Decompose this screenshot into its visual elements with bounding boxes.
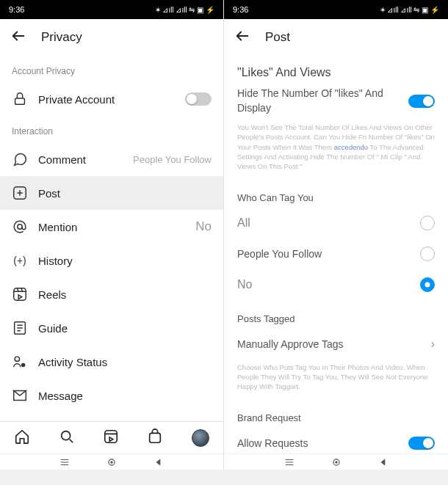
mention-row[interactable]: Mention No bbox=[0, 210, 223, 244]
reels-row[interactable]: Reels bbox=[0, 277, 223, 311]
chevron-right-icon: › bbox=[431, 338, 435, 351]
nav-menu-icon[interactable] bbox=[59, 457, 70, 467]
posts-tagged-description: Choose Who Puts Tag You In Their Photos … bbox=[224, 360, 448, 399]
svg-point-6 bbox=[21, 363, 26, 368]
guide-icon bbox=[12, 320, 28, 336]
message-row[interactable]: Message bbox=[0, 379, 223, 412]
plus-square-icon bbox=[12, 185, 28, 201]
guide-row[interactable]: Guide bbox=[0, 311, 223, 345]
hide-likes-label: Hide The Number Of "likes" And Display bbox=[237, 87, 399, 115]
post-screen: 9:36 ✶ ⊿ıll ⊿ıll ⇋ ▣ ⚡ Post "Likes" And … bbox=[224, 0, 448, 470]
private-account-row[interactable]: Private Account bbox=[0, 82, 223, 116]
at-icon bbox=[12, 219, 28, 235]
back-icon[interactable] bbox=[10, 28, 26, 47]
activity-status-row[interactable]: Activity Status bbox=[0, 345, 223, 379]
section-account-privacy: Account Privacy bbox=[0, 56, 223, 82]
tag-following-label: People You Follow bbox=[237, 248, 322, 260]
manually-approve-label: Manually Approve Tags bbox=[237, 338, 344, 350]
message-label: Message bbox=[38, 390, 212, 402]
nav-back-icon[interactable] bbox=[153, 457, 164, 467]
comment-icon bbox=[12, 151, 28, 167]
comment-value: People You Follow bbox=[133, 154, 212, 165]
tag-option-following[interactable]: People You Follow bbox=[224, 238, 448, 269]
plus-circle-icon: (+) bbox=[12, 252, 28, 269]
svg-point-5 bbox=[15, 357, 19, 361]
brand-request-heading: Brand Request bbox=[224, 399, 448, 428]
page-title: Privacy bbox=[41, 30, 82, 45]
android-nav-bar bbox=[224, 453, 448, 470]
hide-likes-row[interactable]: Hide The Number Of "likes" And Display bbox=[224, 85, 448, 120]
section-interaction: Interaction bbox=[0, 116, 223, 142]
svg-point-13 bbox=[335, 461, 338, 464]
hide-likes-description: You Won't See The Total Number Of Likes … bbox=[224, 120, 448, 178]
posts-tagged-heading: Posts Tagged bbox=[224, 300, 448, 329]
reels-tab-icon[interactable] bbox=[103, 429, 119, 448]
manually-approve-row[interactable]: Manually Approve Tags › bbox=[224, 329, 448, 360]
tag-no-label: No bbox=[237, 278, 252, 291]
search-icon[interactable] bbox=[59, 429, 75, 448]
header: Post bbox=[224, 19, 448, 56]
allow-requests-toggle[interactable] bbox=[408, 437, 435, 450]
tag-all-label: All bbox=[237, 216, 250, 230]
back-icon[interactable] bbox=[234, 28, 250, 47]
post-row[interactable]: Post bbox=[0, 176, 223, 210]
message-icon bbox=[12, 387, 28, 404]
nav-back-icon[interactable] bbox=[378, 457, 389, 467]
mention-label: Mention bbox=[38, 221, 185, 233]
bottom-tabs bbox=[0, 421, 223, 453]
tag-option-no[interactable]: No bbox=[224, 269, 448, 300]
likes-views-heading: "Likes" And Views bbox=[224, 56, 448, 85]
radio-all[interactable] bbox=[420, 216, 435, 230]
comment-label: Comment bbox=[38, 153, 123, 166]
svg-point-7 bbox=[61, 431, 70, 440]
page-title: Post bbox=[265, 30, 290, 45]
nav-menu-icon[interactable] bbox=[284, 457, 295, 467]
reels-icon bbox=[12, 286, 28, 302]
lock-icon bbox=[12, 91, 28, 107]
status-icons: ✶ ⊿ıll ⊿ıll ⇋ ▣ ⚡ bbox=[155, 6, 214, 14]
who-can-tag-heading: Who Can Tag You bbox=[224, 179, 448, 208]
post-label: Post bbox=[38, 187, 212, 200]
accedendo-link[interactable]: accedendo bbox=[334, 143, 368, 151]
radio-following[interactable] bbox=[420, 247, 435, 261]
profile-avatar[interactable] bbox=[192, 429, 209, 447]
shop-icon[interactable] bbox=[147, 429, 163, 448]
nav-home-icon[interactable] bbox=[331, 457, 342, 467]
status-bar: 9:36 ✶ ⊿ıll ⊿ıll ⇋ ▣ ⚡ bbox=[224, 0, 448, 19]
activity-icon bbox=[12, 354, 28, 370]
reels-label: Reels bbox=[38, 288, 212, 301]
svg-rect-0 bbox=[15, 98, 25, 104]
hide-likes-toggle[interactable] bbox=[408, 95, 435, 108]
history-row[interactable]: (+) History bbox=[0, 244, 223, 277]
activity-status-label: Activity Status bbox=[38, 356, 212, 368]
private-account-label: Private Account bbox=[38, 93, 175, 106]
comment-row[interactable]: Comment People You Follow bbox=[0, 142, 223, 176]
status-icons: ✶ ⊿ıll ⊿ıll ⇋ ▣ ⚡ bbox=[380, 6, 439, 14]
status-bar: 9:36 ✶ ⊿ıll ⊿ıll ⇋ ▣ ⚡ bbox=[0, 0, 223, 19]
guide-label: Guide bbox=[38, 322, 212, 335]
nav-home-icon[interactable] bbox=[106, 457, 117, 467]
status-time: 9:36 bbox=[9, 5, 24, 14]
status-time: 9:36 bbox=[233, 5, 248, 14]
home-icon[interactable] bbox=[14, 429, 30, 448]
svg-point-11 bbox=[110, 461, 113, 464]
svg-rect-9 bbox=[150, 433, 161, 442]
tag-option-all[interactable]: All bbox=[224, 208, 448, 238]
history-label: History bbox=[38, 255, 212, 267]
radio-no[interactable] bbox=[420, 277, 435, 292]
svg-point-2 bbox=[18, 225, 22, 229]
private-account-toggle[interactable] bbox=[185, 92, 212, 106]
android-nav-bar bbox=[0, 453, 223, 470]
header: Privacy bbox=[0, 19, 223, 56]
mention-value: No bbox=[195, 219, 212, 234]
privacy-screen: 9:36 ✶ ⊿ıll ⊿ıll ⇋ ▣ ⚡ Privacy Account P… bbox=[0, 0, 224, 470]
allow-requests-label: Allow Requests bbox=[237, 437, 308, 449]
